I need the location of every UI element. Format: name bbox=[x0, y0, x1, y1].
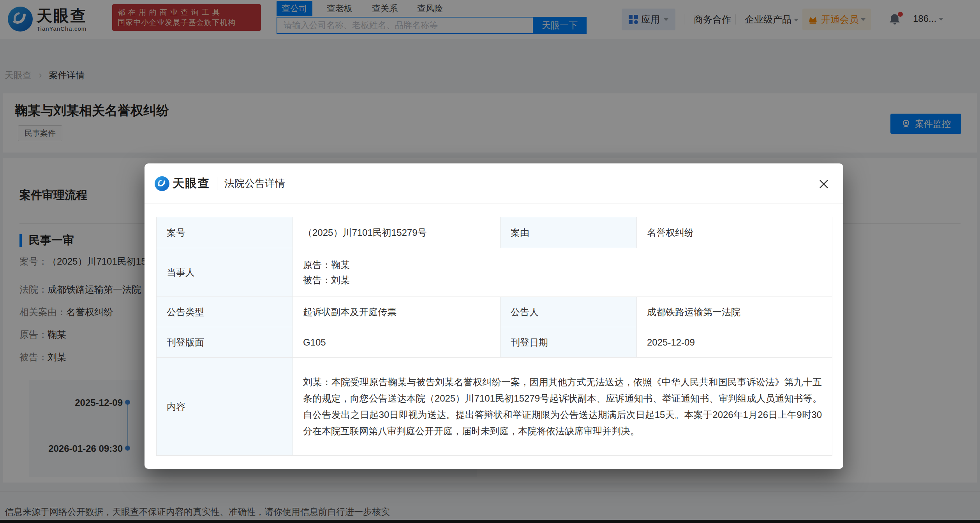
announcer-value: 成都铁路运输第一法院 bbox=[637, 297, 832, 327]
publish-page-value: G105 bbox=[293, 327, 501, 358]
modal-title-divider bbox=[217, 177, 217, 190]
table-row: 案号 （2025）川7101民初15279号 案由 名誉权纠纷 bbox=[157, 217, 832, 248]
close-icon bbox=[817, 177, 831, 191]
modal-title: 法院公告详情 bbox=[224, 177, 285, 190]
publish-page-label: 刊登版面 bbox=[157, 327, 293, 358]
case-number-label: 案号 bbox=[157, 217, 293, 248]
content-value: 刘某：本院受理原告鞠某与被告刘某名誉权纠纷一案，因用其他方式无法送达，依照《中华… bbox=[293, 358, 832, 456]
publish-date-label: 刊登日期 bbox=[501, 327, 637, 358]
announcement-type-value: 起诉状副本及开庭传票 bbox=[293, 297, 501, 327]
announcement-type-label: 公告类型 bbox=[157, 297, 293, 327]
modal-brand-name: 天眼查 bbox=[173, 176, 210, 191]
cause-value: 名誉权纠纷 bbox=[637, 217, 832, 248]
case-number-value: （2025）川7101民初15279号 bbox=[293, 217, 501, 248]
table-row: 公告类型 起诉状副本及开庭传票 公告人 成都铁路运输第一法院 bbox=[157, 297, 832, 327]
table-row: 内容 刘某：本院受理原告鞠某与被告刘某名誉权纠纷一案，因用其他方式无法送达，依照… bbox=[157, 358, 832, 456]
modal-close-button[interactable] bbox=[817, 177, 831, 191]
tianyancha-logo-icon bbox=[155, 176, 169, 191]
table-row: 刊登版面 G105 刊登日期 2025-12-09 bbox=[157, 327, 832, 358]
announcer-label: 公告人 bbox=[501, 297, 637, 327]
modal-header: 天眼查 法院公告详情 bbox=[145, 163, 843, 204]
cause-label: 案由 bbox=[501, 217, 637, 248]
defendant-line: 被告：刘某 bbox=[303, 272, 822, 288]
parties-label: 当事人 bbox=[157, 248, 293, 297]
plaintiff-line: 原告：鞠某 bbox=[303, 257, 822, 272]
publish-date-value: 2025-12-09 bbox=[637, 327, 832, 358]
parties-value: 原告：鞠某 被告：刘某 bbox=[293, 248, 832, 297]
court-announcement-modal: 天眼查 法院公告详情 案号 （2025）川7101民初15279号 案由 名誉权… bbox=[145, 163, 843, 469]
table-row: 当事人 原告：鞠某 被告：刘某 bbox=[157, 248, 832, 297]
announcement-table: 案号 （2025）川7101民初15279号 案由 名誉权纠纷 当事人 原告：鞠… bbox=[156, 217, 832, 456]
content-label: 内容 bbox=[157, 358, 293, 456]
